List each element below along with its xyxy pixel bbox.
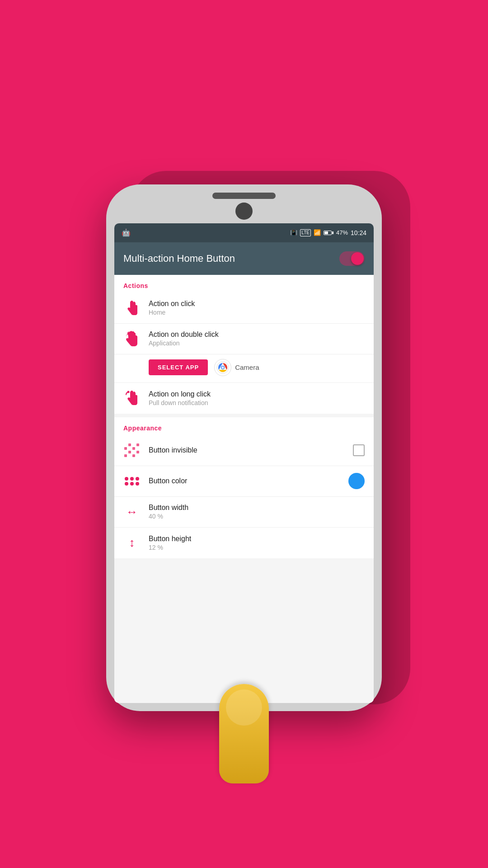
notification-icon: 🤖	[122, 228, 131, 237]
arrow-horizontal-icon: ↔	[123, 503, 141, 520]
action-double-click-subtitle: Application	[149, 340, 365, 347]
dots-grid-icon	[123, 442, 141, 459]
finger-overlay	[219, 684, 269, 783]
app-title: Multi-action Home Button	[123, 253, 235, 264]
arrow-vertical-icon: ↕	[123, 534, 141, 552]
hand-long-icon	[123, 390, 141, 407]
hand-single-icon	[123, 299, 141, 316]
button-width-item[interactable]: ↔ Button width 40 %	[114, 497, 374, 528]
appearance-section-header: Appearance	[114, 417, 374, 435]
camera-app-icon	[214, 359, 231, 376]
phone-speaker	[212, 193, 276, 199]
action-click-subtitle: Home	[149, 309, 365, 316]
appearance-section: Appearance Button invisible	[114, 417, 374, 558]
toggle-knob	[351, 252, 364, 265]
button-invisible-checkbox[interactable]	[353, 444, 365, 456]
content-area: Actions Action on click Home	[114, 275, 374, 703]
actions-section-header: Actions	[114, 275, 374, 293]
button-height-text: Button height 12 %	[149, 535, 365, 551]
button-height-subtitle: 12 %	[149, 544, 365, 551]
camera-app-row: Camera	[214, 359, 259, 376]
finger-shape	[219, 684, 269, 783]
button-width-text: Button width 40 %	[149, 504, 365, 520]
battery-percent: 47%	[336, 229, 348, 236]
button-width-title: Button width	[149, 504, 365, 512]
vibrate-icon: 📳	[290, 229, 297, 236]
camera-app-label: Camera	[235, 363, 259, 371]
action-long-click-title: Action on long click	[149, 390, 365, 398]
status-right: 📳 LTE 📶 47% 10:24	[290, 229, 366, 236]
six-dots-icon	[123, 472, 141, 490]
clock: 10:24	[351, 229, 366, 236]
action-click-text: Action on click Home	[149, 300, 365, 316]
button-invisible-text: Button invisible	[149, 446, 353, 454]
svg-point-5	[127, 391, 130, 393]
button-color-text: Button color	[149, 477, 348, 485]
action-double-click-item[interactable]: Action on double click Application	[114, 324, 374, 354]
button-invisible-item[interactable]: Button invisible	[114, 435, 374, 466]
button-height-item[interactable]: ↕ Button height 12 %	[114, 528, 374, 558]
button-color-swatch[interactable]	[348, 473, 365, 489]
actions-section: Actions Action on click Home	[114, 275, 374, 414]
action-double-click-text: Action on double click Application	[149, 330, 365, 347]
button-color-title: Button color	[149, 477, 348, 485]
action-double-click-title: Action on double click	[149, 330, 365, 339]
phone-front-camera	[235, 203, 253, 220]
button-height-title: Button height	[149, 535, 365, 543]
button-color-swatch-container	[348, 473, 365, 489]
action-long-click-item[interactable]: Action on long click Pull down notificat…	[114, 383, 374, 414]
action-long-click-text: Action on long click Pull down notificat…	[149, 390, 365, 406]
status-bar: 🤖 📳 LTE 📶 47% 10:24	[114, 223, 374, 242]
app-bar: Multi-action Home Button	[114, 242, 374, 275]
status-left: 🤖	[122, 228, 131, 237]
action-long-click-subtitle: Pull down notification	[149, 399, 365, 406]
action-click-item[interactable]: Action on click Home	[114, 293, 374, 324]
phone-frame: 🤖 📳 LTE 📶 47% 10:24 Multi-action Home Bu…	[106, 184, 382, 711]
phone-screen: 🤖 📳 LTE 📶 47% 10:24 Multi-action Home Bu…	[114, 223, 374, 703]
action-click-title: Action on click	[149, 300, 365, 308]
svg-point-4	[222, 366, 224, 368]
button-color-item[interactable]: Button color	[114, 466, 374, 497]
button-invisible-title: Button invisible	[149, 446, 353, 454]
lte-icon: LTE	[300, 229, 311, 236]
hand-double-icon	[123, 330, 141, 347]
button-invisible-checkbox-container	[353, 444, 365, 456]
battery-indicator	[324, 231, 333, 235]
button-width-subtitle: 40 %	[149, 513, 365, 520]
main-toggle[interactable]	[339, 251, 365, 266]
signal-icon: 📶	[314, 229, 321, 236]
select-app-row: SELECT APP	[114, 354, 374, 383]
select-app-button[interactable]: SELECT APP	[149, 359, 208, 375]
